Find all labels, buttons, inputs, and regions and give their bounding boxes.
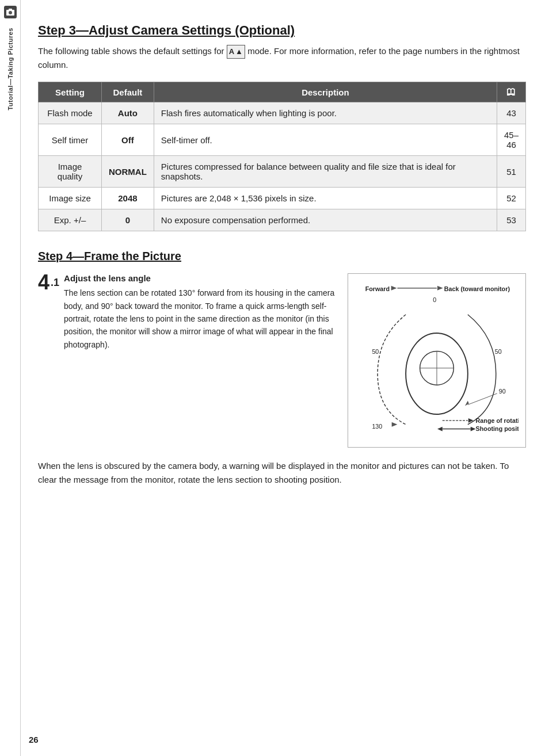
val-50-left: 50 bbox=[372, 349, 379, 356]
svg-line-10 bbox=[468, 394, 497, 405]
table-row: Exp. +/–0No exposure compensation perfor… bbox=[39, 209, 526, 231]
cell-page: 45–46 bbox=[497, 124, 525, 156]
lens-diagram: Forward Back (toward monitor) 0 bbox=[348, 273, 526, 448]
table-row: Self timerOffSelf-timer off.45–46 bbox=[39, 124, 526, 156]
cell-default: NORMAL bbox=[102, 156, 154, 188]
svg-point-1 bbox=[9, 11, 12, 14]
step4-heading: Step 4—Frame the Picture bbox=[38, 250, 526, 263]
cell-default: 2048 bbox=[102, 188, 154, 209]
cell-description: Flash fires automatically when lighting … bbox=[154, 102, 497, 124]
val-130: 130 bbox=[372, 423, 382, 430]
step4-substep-title: Adjust the lens angle bbox=[64, 273, 336, 283]
cell-description: Pictures are 2,048 × 1,536 pixels in siz… bbox=[154, 188, 497, 209]
val-90: 90 bbox=[499, 388, 506, 395]
cell-default: 0 bbox=[102, 209, 154, 231]
mode-icon-a: A bbox=[229, 46, 234, 58]
step4-text: Adjust the lens angle The lens section c… bbox=[64, 273, 336, 351]
intro-text-before: The following table shows the default se… bbox=[38, 46, 224, 56]
step4-substep-body: The lens section can be rotated 130° for… bbox=[64, 287, 336, 351]
cell-setting: Image quality bbox=[39, 156, 102, 188]
cell-description: No exposure compensation performed. bbox=[154, 209, 497, 231]
step4-left: 4.1 Adjust the lens angle The lens secti… bbox=[38, 273, 336, 357]
cell-page: 53 bbox=[497, 209, 525, 231]
sidebar-camera-icon bbox=[4, 6, 17, 18]
cell-description: Self-timer off. bbox=[154, 124, 497, 156]
mode-icon-camera: ▲ bbox=[235, 46, 243, 58]
range-label: Range of rotation bbox=[476, 417, 518, 424]
table-row: Image size2048Pictures are 2,048 × 1,536… bbox=[39, 188, 526, 209]
col-default: Default bbox=[102, 82, 154, 102]
step4-number: 4 bbox=[38, 270, 49, 294]
step-number-container: 4.1 bbox=[38, 272, 59, 293]
cell-setting: Exp. +/– bbox=[39, 209, 102, 231]
back-label: Back (toward monitor) bbox=[444, 285, 510, 292]
step4-content: 4.1 Adjust the lens angle The lens secti… bbox=[38, 273, 526, 448]
svg-marker-12 bbox=[392, 422, 398, 427]
cell-description: Pictures compressed for balance between … bbox=[154, 156, 497, 188]
page-ref-icon: 🕮 bbox=[506, 87, 516, 97]
lens-diagram-svg: Forward Back (toward monitor) 0 bbox=[355, 281, 518, 438]
mode-icon: A ▲ bbox=[227, 45, 245, 59]
cell-page: 43 bbox=[497, 102, 525, 124]
cell-setting: Image size bbox=[39, 188, 102, 209]
svg-marker-16 bbox=[437, 427, 443, 432]
sidebar: Tutorial—Taking Pictures bbox=[0, 0, 21, 756]
svg-marker-11 bbox=[465, 401, 469, 406]
step3-heading: Step 3—Adjust Camera Settings (Optional) bbox=[38, 23, 526, 38]
step4-sup: .1 bbox=[51, 277, 59, 288]
svg-marker-3 bbox=[391, 286, 397, 291]
svg-marker-5 bbox=[437, 286, 443, 291]
svg-marker-17 bbox=[471, 427, 476, 432]
col-setting: Setting bbox=[39, 82, 102, 102]
sidebar-label: Tutorial—Taking Pictures bbox=[7, 28, 14, 110]
forward-label: Forward bbox=[365, 285, 390, 292]
shooting-label: Shooting position bbox=[476, 426, 518, 433]
step3-intro: The following table shows the default se… bbox=[38, 45, 526, 71]
col-page: 🕮 bbox=[497, 82, 525, 102]
table-row: Flash modeAutoFlash fires automatically … bbox=[39, 102, 526, 124]
val-0: 0 bbox=[433, 296, 436, 303]
svg-rect-2 bbox=[9, 9, 12, 10]
settings-table: Setting Default Description 🕮 Flash mode… bbox=[38, 82, 526, 231]
cell-setting: Flash mode bbox=[39, 102, 102, 124]
cell-default: Auto bbox=[102, 102, 154, 124]
cell-default: Off bbox=[102, 124, 154, 156]
cell-page: 51 bbox=[497, 156, 525, 188]
val-50-right: 50 bbox=[495, 349, 502, 356]
step4-substep: 4.1 Adjust the lens angle The lens secti… bbox=[38, 273, 336, 351]
cell-page: 52 bbox=[497, 188, 525, 209]
table-row: Image qualityNORMALPictures compressed f… bbox=[39, 156, 526, 188]
page-number: 26 bbox=[29, 735, 39, 744]
main-content: Step 3—Adjust Camera Settings (Optional)… bbox=[21, 0, 549, 510]
cell-setting: Self timer bbox=[39, 124, 102, 156]
col-description: Description bbox=[154, 82, 497, 102]
bottom-para: When the lens is obscured by the camera … bbox=[38, 459, 526, 487]
